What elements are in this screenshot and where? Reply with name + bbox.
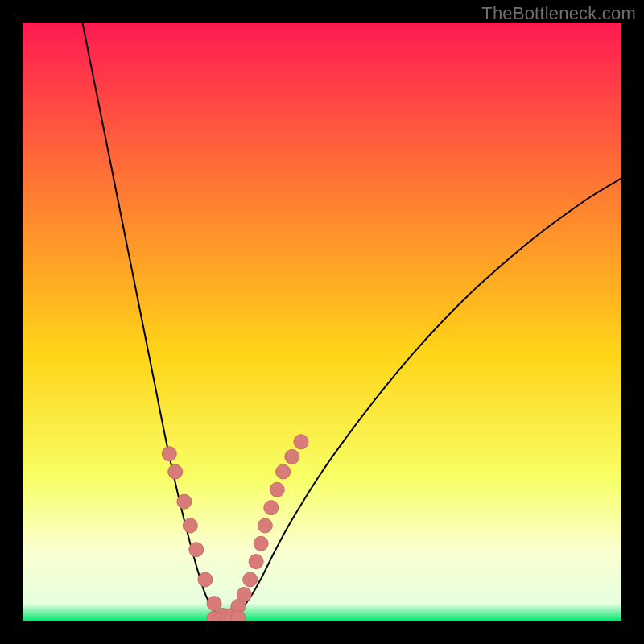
- data-marker: [189, 543, 204, 557]
- data-marker: [162, 447, 176, 461]
- plot-area: [23, 23, 621, 621]
- data-marker: [243, 572, 258, 587]
- data-marker: [183, 518, 197, 533]
- data-marker: [294, 435, 308, 449]
- chart-svg: [23, 23, 621, 621]
- gradient-background: [23, 23, 621, 621]
- chart-frame: TheBottleneck.com: [0, 0, 644, 644]
- watermark-text: TheBottleneck.com: [481, 3, 636, 24]
- data-marker: [285, 449, 299, 464]
- data-marker: [254, 536, 268, 551]
- data-marker: [237, 588, 251, 602]
- data-marker: [264, 501, 279, 515]
- data-marker: [276, 464, 291, 479]
- data-marker: [249, 555, 263, 569]
- data-marker: [270, 482, 284, 497]
- data-marker: [177, 494, 192, 509]
- data-marker: [207, 597, 221, 611]
- data-marker: [231, 611, 246, 621]
- data-marker: [168, 464, 183, 479]
- data-marker: [258, 518, 272, 533]
- data-marker: [198, 572, 213, 587]
